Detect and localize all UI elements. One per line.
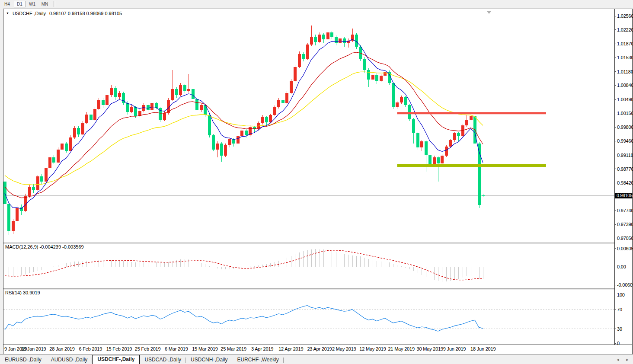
tab-scroll-right-icon[interactable]: ► [625, 358, 630, 362]
date-label: 15 Feb 2019 [106, 346, 132, 351]
rsi-label: RSI(14) 30.9019 [5, 290, 40, 295]
date-label: 25 Feb 2019 [135, 346, 161, 351]
price-axis[interactable]: 1.025601.022201.018701.015301.011801.008… [614, 9, 632, 345]
price-axis-label: 1.01870 [617, 41, 633, 46]
toolbar-separator [54, 1, 55, 7]
rsi-axis-tick [615, 309, 616, 310]
chart-tab-bar: EURUSD-,DailyAUDUSD-,DailyUSDCHF-,DailyU… [0, 354, 633, 364]
tab-usdcnh[interactable]: USDCNH-,Daily [186, 356, 232, 364]
price-axis-tick [615, 29, 616, 30]
price-axis-label: 0.97390 [617, 222, 633, 227]
date-label: 30 May 2019 [417, 346, 443, 351]
timeframe-button-mn[interactable]: MN [39, 1, 51, 7]
price-axis-label: 0.97050 [617, 236, 633, 241]
date-label: 6 Mar 2019 [165, 346, 188, 351]
macd-indicator-panel[interactable] [3, 243, 615, 288]
price-axis-tick [615, 238, 616, 238]
price-axis-label: 1.01180 [617, 69, 633, 74]
date-label: 15 Mar 2019 [192, 346, 218, 351]
date-label: 12 May 2019 [359, 346, 386, 351]
date-label: 6 Feb 2019 [79, 346, 102, 351]
macd-axis-label: 0.006058 [617, 246, 633, 251]
chart-ohlc-values: 0.98107 0.98158 0.98069 0.98105 [49, 11, 122, 16]
chart-symbol-label: USDCHF-,Daily [13, 11, 46, 16]
date-axis[interactable]: 9 Jan 201918 Jan 201928 Jan 20196 Feb 20… [3, 345, 632, 354]
date-label: 23 Apr 2019 [307, 346, 332, 351]
price-axis-tick [615, 85, 616, 86]
rsi-axis-tick [615, 295, 616, 295]
date-label: 2 May 2019 [332, 346, 356, 351]
tab-usdcad[interactable]: USDCAD-,Daily [140, 356, 186, 364]
tab-eurusd[interactable]: EURUSD-,Daily [0, 356, 46, 364]
macd-axis-tick [615, 285, 616, 285]
date-label: 3 Apr 2019 [251, 346, 273, 351]
date-label: 9 Jun 2019 [443, 346, 466, 351]
chart-window-usdchf: ▼ USDCHF-,Daily 0.98107 0.98158 0.98069 … [3, 9, 633, 354]
price-axis-tick [615, 169, 616, 169]
date-label: 18 Jan 2019 [21, 346, 46, 351]
price-axis-label: 0.99110 [617, 153, 633, 158]
tab-scroll-left-icon[interactable]: ◄ [616, 358, 620, 362]
rsi-axis-label: 100 [617, 292, 625, 297]
current-price-box: 0.98105 [615, 193, 633, 198]
price-axis-label: 0.99800 [617, 125, 633, 130]
main-price-chart[interactable] [3, 9, 615, 243]
tab-audusd[interactable]: AUDUSD-,Daily [46, 356, 93, 364]
price-axis-label: 1.02560 [617, 13, 633, 19]
price-axis-label: 0.98770 [617, 166, 633, 172]
timeframe-button-h4[interactable]: H4 [1, 1, 13, 7]
date-label: 25 Mar 2019 [221, 346, 246, 351]
date-label: 18 Jun 2019 [470, 346, 496, 351]
tab-eurchf[interactable]: EURCHF-,Weekly [232, 356, 283, 364]
timeframe-button-d1[interactable]: D1 [14, 1, 26, 7]
macd-axis-label: 0.00 [617, 264, 626, 269]
chart-shift-marker-icon [487, 11, 491, 14]
price-axis-tick [615, 141, 616, 141]
price-axis-label: 0.97740 [617, 208, 633, 213]
date-label: 21 May 2019 [388, 346, 414, 351]
price-axis-tick [615, 99, 616, 100]
rsi-axis-tick [615, 343, 616, 344]
timeframe-button-w1[interactable]: W1 [26, 1, 38, 7]
price-axis-label: 1.00150 [617, 111, 633, 116]
rsi-indicator-panel[interactable] [3, 289, 615, 345]
date-label: 28 Jan 2019 [49, 346, 74, 351]
window-menu-icon[interactable]: ▼ [6, 11, 9, 16]
rsi-axis-label: 0 [617, 341, 620, 346]
tab-usdchf[interactable]: USDCHF-,Daily [92, 355, 140, 364]
price-axis-label: 0.99460 [617, 138, 633, 144]
macd-label: MACD(12,26,9) -0.004239 -0.003569 [5, 244, 84, 249]
price-axis-tick [615, 16, 616, 16]
rsi-axis-label: 30 [617, 326, 622, 332]
macd-axis-label: -0.006096 [617, 282, 633, 287]
price-axis-label: 1.00840 [617, 83, 633, 88]
price-axis-tick [615, 44, 616, 44]
price-axis-label: 1.00490 [617, 97, 633, 102]
price-axis-tick [615, 113, 616, 113]
price-axis-label: 1.02220 [617, 27, 633, 32]
price-axis-label: 1.01530 [617, 55, 633, 60]
macd-axis-tick [615, 267, 616, 267]
chart-title: ▼ USDCHF-,Daily 0.98107 0.98158 0.98069 … [6, 11, 122, 16]
price-axis-tick [615, 155, 616, 155]
price-axis-tick [615, 183, 616, 183]
date-label: 12 Apr 2019 [278, 346, 303, 351]
price-axis-tick [615, 71, 616, 72]
timeframe-toolbar: H4D1W1MN [0, 0, 633, 8]
price-axis-tick [615, 210, 616, 211]
price-axis-tick [615, 224, 616, 225]
price-axis-label: 0.98420 [617, 180, 633, 185]
price-axis-tick [615, 127, 616, 128]
rsi-axis-tick [615, 329, 616, 329]
macd-axis-tick [615, 248, 616, 249]
rsi-axis-label: 70 [617, 307, 622, 312]
price-axis-tick [615, 57, 616, 58]
